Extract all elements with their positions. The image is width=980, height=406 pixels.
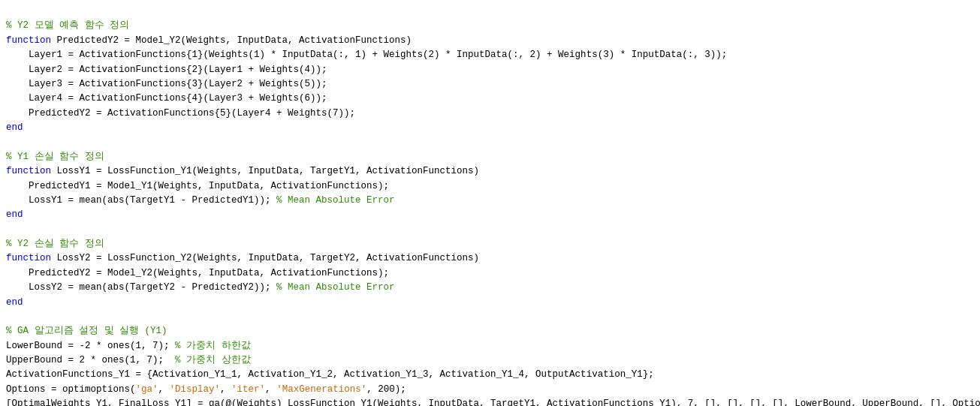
comment-text: % Mean Absolute Error: [276, 282, 395, 293]
string-text: 'Display': [170, 384, 221, 395]
code-line: end: [6, 296, 974, 310]
comment-text: % 가중치 하한값: [175, 341, 251, 351]
code-line: ActivationFunctions_Y1 = {Activation_Y1_…: [6, 368, 974, 382]
normal-text: Layer2 = ActivationFunctions{2}(Layer1 +…: [6, 65, 327, 75]
comment-text: % Y2 손실 함수 정의: [6, 239, 104, 249]
code-line: PredictedY2 = ActivationFunctions{5}(Lay…: [6, 107, 974, 121]
keyword-text: function: [6, 253, 51, 263]
code-line: LossY1 = mean(abs(TargetY1 - PredictedY1…: [6, 194, 974, 208]
string-text: 'iter': [231, 384, 265, 395]
code-line: function LossY1 = LossFunction_Y1(Weight…: [6, 164, 974, 179]
code-line: UpperBound = 2 * ones(1, 7); % 가중치 상한값: [6, 353, 974, 368]
code-line: % Y2 모델 예측 함수 정의: [6, 19, 974, 33]
string-text: 'MaxGenerations': [276, 384, 366, 395]
normal-text: ,: [158, 384, 170, 395]
code-line: Layer2 = ActivationFunctions{2}(Layer1 +…: [6, 63, 974, 77]
normal-text: PredictedY1 = Model_Y1(Weights, InputDat…: [6, 181, 389, 191]
code-line: LossY2 = mean(abs(TargetY2 - PredictedY2…: [6, 281, 974, 295]
code-line: Layer4 = ActivationFunctions{4}(Layer3 +…: [6, 92, 974, 106]
normal-text: PredictedY2 = Model_Y2(Weights, InputDat…: [6, 268, 389, 278]
normal-text: [OptimalWeights_Y1, FinalLoss_Y1] = ga(@…: [6, 398, 980, 406]
normal-text: UpperBound = 2 * ones(1, 7);: [6, 355, 175, 365]
keyword-text: end: [6, 297, 23, 308]
code-line: Layer1 = ActivationFunctions{1}(Weights(…: [6, 48, 974, 62]
normal-text: ,: [265, 384, 276, 395]
normal-text: LossY1 = LossFunction_Y1(Weights, InputD…: [51, 166, 479, 176]
code-line: % GA 알고리즘 설정 및 실행 (Y1): [6, 324, 974, 338]
code-line: [6, 135, 974, 149]
comment-text: % 가중치 상한값: [175, 355, 251, 365]
code-line: PredictedY2 = Model_Y2(Weights, InputDat…: [6, 266, 974, 281]
code-line: [6, 310, 974, 324]
comment-text: % Y1 손실 함수 정의: [6, 152, 104, 162]
comment-text: % Y2 모델 예측 함수 정의: [6, 20, 129, 31]
code-line: Options = optimoptions('ga', 'Display', …: [6, 383, 974, 397]
normal-text: LossY2 = mean(abs(TargetY2 - PredictedY2…: [6, 282, 276, 293]
code-line: Layer3 = ActivationFunctions{3}(Layer2 +…: [6, 77, 974, 92]
code-editor: % Y2 모델 예측 함수 정의function PredictedY2 = M…: [0, 0, 980, 406]
normal-text: ActivationFunctions_Y1 = {Activation_Y1_…: [6, 369, 654, 380]
code-line: PredictedY1 = Model_Y1(Weights, InputDat…: [6, 179, 974, 194]
comment-text: % Mean Absolute Error: [276, 195, 395, 206]
keyword-text: function: [6, 35, 51, 46]
code-line: [OptimalWeights_Y1, FinalLoss_Y1] = ga(@…: [6, 397, 974, 406]
normal-text: LowerBound = -2 * ones(1, 7);: [6, 341, 175, 351]
code-line: LowerBound = -2 * ones(1, 7); % 가중치 하한값: [6, 339, 974, 353]
comment-text: % GA 알고리즘 설정 및 실행 (Y1): [6, 326, 167, 336]
keyword-text: end: [6, 122, 23, 133]
keyword-text: end: [6, 209, 23, 220]
normal-text: Layer1 = ActivationFunctions{1}(Weights(…: [6, 50, 727, 60]
normal-text: Options = optimoptions(: [6, 384, 136, 395]
normal-text: ,: [220, 384, 231, 395]
code-line: end: [6, 121, 974, 135]
keyword-text: function: [6, 166, 51, 176]
normal-text: LossY2 = LossFunction_Y2(Weights, InputD…: [51, 253, 479, 263]
normal-text: LossY1 = mean(abs(TargetY1 - PredictedY1…: [6, 195, 276, 206]
code-line: [6, 223, 974, 237]
code-line: end: [6, 208, 974, 222]
normal-text: PredictedY2 = ActivationFunctions{5}(Lay…: [6, 108, 355, 119]
normal-text: Layer3 = ActivationFunctions{3}(Layer2 +…: [6, 79, 327, 89]
normal-text: PredictedY2 = Model_Y2(Weights, InputDat…: [51, 35, 412, 46]
code-line: % Y2 손실 함수 정의: [6, 237, 974, 251]
string-text: 'ga': [136, 384, 158, 395]
code-line: function LossY2 = LossFunction_Y2(Weight…: [6, 251, 974, 266]
code-line: function PredictedY2 = Model_Y2(Weights,…: [6, 34, 974, 48]
normal-text: , 200);: [366, 384, 406, 395]
code-line: % Y1 손실 함수 정의: [6, 150, 974, 164]
normal-text: Layer4 = ActivationFunctions{4}(Layer3 +…: [6, 93, 327, 104]
